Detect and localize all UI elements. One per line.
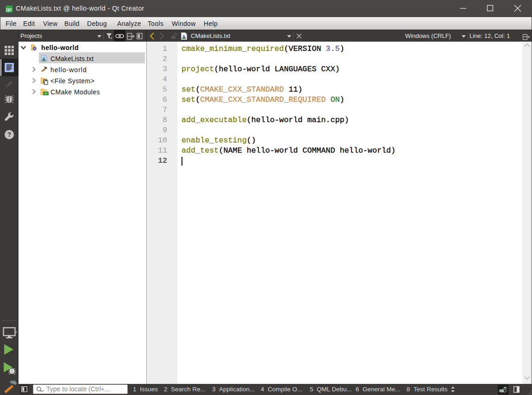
- svg-text:QC: QC: [6, 7, 13, 12]
- svg-text:?: ?: [7, 131, 12, 138]
